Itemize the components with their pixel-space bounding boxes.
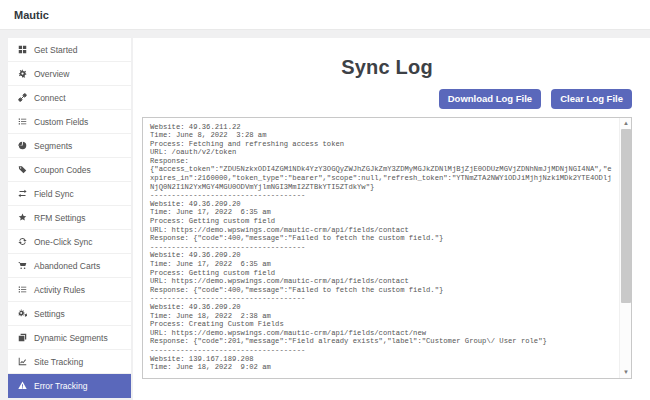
sidebar-item-coupon-codes[interactable]: Coupon Codes xyxy=(8,158,131,182)
download-log-button[interactable]: Download Log File xyxy=(439,89,541,109)
sidebar-item-label: Error Tracking xyxy=(34,381,87,391)
sidebar-item-label: Segments xyxy=(34,141,72,151)
tag-icon xyxy=(18,165,27,174)
page-layout: Get Started Overview Connect Custom Fiel… xyxy=(0,30,650,400)
sidebar-item-label: Get Started xyxy=(34,45,77,55)
brand-logo: Mautic xyxy=(14,9,49,21)
chart-line-icon xyxy=(18,357,27,366)
warning-icon xyxy=(18,381,27,390)
log-scrollbar[interactable]: ▲ ▼ xyxy=(619,118,631,378)
sidebar-item-label: Dynamic Segments xyxy=(34,333,108,343)
list-icon xyxy=(18,285,27,294)
cogs-icon xyxy=(18,309,27,318)
star-icon xyxy=(18,213,27,222)
sidebar-item-get-started[interactable]: Get Started xyxy=(8,38,131,62)
sidebar-item-label: Custom Fields xyxy=(34,117,88,127)
sidebar-item-label: Coupon Codes xyxy=(34,165,91,175)
sync-log-content: Website: 49.36.211.22 Time: June 8, 2022… xyxy=(143,118,631,372)
page-title: Sync Log xyxy=(142,56,632,79)
sidebar-item-label: Connect xyxy=(34,93,66,103)
sync-icon xyxy=(18,237,27,246)
sidebar-item-label: RFM Settings xyxy=(34,213,86,223)
sidebar-item-label: Settings xyxy=(34,309,65,319)
sidebar-item-overview[interactable]: Overview xyxy=(8,62,131,86)
sidebar-item-dynamic-segments[interactable]: Dynamic Segments xyxy=(8,326,131,350)
main-panel: Sync Log Download Log File Clear Log Fil… xyxy=(133,38,650,400)
scrollbar-thumb[interactable] xyxy=(621,129,631,303)
cart-icon xyxy=(18,261,27,270)
sidebar-item-label: Activity Rules xyxy=(34,285,85,295)
top-bar: Mautic xyxy=(0,0,650,30)
copy-icon xyxy=(18,333,27,342)
pie-chart-icon xyxy=(18,141,27,150)
sidebar-item-abandoned-carts[interactable]: Abandoned Carts xyxy=(8,254,131,278)
sidebar-item-activity-rules[interactable]: Activity Rules xyxy=(8,278,131,302)
sidebar-item-label: Abandoned Carts xyxy=(34,261,100,271)
clear-log-button[interactable]: Clear Log File xyxy=(551,89,632,109)
swap-arrows-icon xyxy=(18,189,27,198)
sidebar-item-label: Field Sync xyxy=(34,189,74,199)
scroll-up-icon[interactable]: ▲ xyxy=(620,118,632,129)
scroll-down-icon[interactable]: ▼ xyxy=(620,367,632,378)
gear-icon xyxy=(18,69,27,78)
sidebar-item-segments[interactable]: Segments xyxy=(8,134,131,158)
sidebar-item-label: One-Click Sync xyxy=(34,237,93,247)
link-icon xyxy=(18,93,27,102)
sidebar: Get Started Overview Connect Custom Fiel… xyxy=(8,38,131,400)
sidebar-item-site-tracking[interactable]: Site Tracking xyxy=(8,350,131,374)
list-icon xyxy=(18,117,27,126)
button-row: Download Log File Clear Log File xyxy=(142,89,632,109)
sidebar-item-connect[interactable]: Connect xyxy=(8,86,131,110)
sync-log-textarea[interactable]: Website: 49.36.211.22 Time: June 8, 2022… xyxy=(142,117,632,379)
sidebar-item-error-tracking[interactable]: Error Tracking xyxy=(8,374,131,398)
sidebar-item-rfm-settings[interactable]: RFM Settings xyxy=(8,206,131,230)
sidebar-item-custom-fields[interactable]: Custom Fields xyxy=(8,110,131,134)
grid-icon xyxy=(18,45,27,54)
sidebar-item-label: Site Tracking xyxy=(34,357,83,367)
sidebar-item-label: Overview xyxy=(34,69,69,79)
sidebar-item-settings[interactable]: Settings xyxy=(8,302,131,326)
sidebar-item-field-sync[interactable]: Field Sync xyxy=(8,182,131,206)
sidebar-item-one-click-sync[interactable]: One-Click Sync xyxy=(8,230,131,254)
